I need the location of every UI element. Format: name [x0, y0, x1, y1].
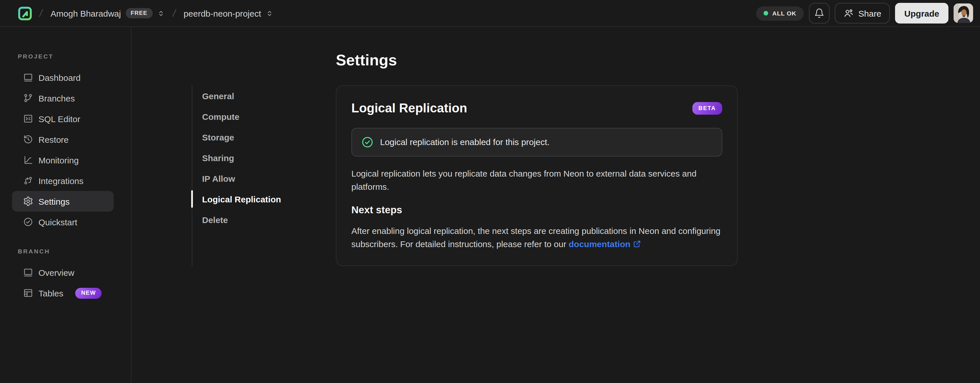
sidebar-item-branches[interactable]: Branches	[12, 88, 114, 108]
breadcrumb-separator: /	[38, 7, 43, 19]
sidebar-section-gap	[0, 232, 131, 248]
breadcrumb-separator: /	[172, 7, 177, 19]
sidebar-section-project: PROJECT	[18, 53, 131, 60]
project-switcher[interactable]: peerdb-neon-project	[182, 6, 274, 21]
sidebar-item-label: Settings	[38, 196, 70, 206]
status-dot-icon	[764, 11, 768, 16]
org-switcher[interactable]: Amogh Bharadwaj FREE	[49, 6, 165, 21]
sidebar-item-label: Quickstart	[38, 217, 77, 227]
page-title: Settings	[336, 51, 980, 70]
sidebar-item-label: Overview	[38, 267, 74, 277]
beta-badge: BETA	[692, 102, 722, 115]
settings-nav-general[interactable]: General	[192, 85, 336, 106]
tables-icon	[23, 288, 33, 298]
settings-nav: General Compute Storage Sharing IP Allow…	[192, 85, 336, 266]
settings-nav-delete[interactable]: Delete	[192, 209, 336, 230]
sidebar-item-sql-editor[interactable]: SQL Editor	[12, 108, 114, 129]
status-badge[interactable]: ALL OK	[756, 6, 804, 21]
app-body: PROJECT Dashboard Branches SQL Editor Re…	[0, 27, 980, 383]
sidebar-item-label: Branches	[38, 93, 75, 103]
next-steps-text: After enabling logical replication, the …	[352, 224, 722, 250]
share-button[interactable]: Share	[835, 3, 890, 24]
sidebar: PROJECT Dashboard Branches SQL Editor Re…	[0, 27, 132, 383]
description-text: Logical replication lets you replicate d…	[352, 167, 722, 193]
monitoring-icon	[23, 155, 33, 165]
breadcrumb: / Amogh Bharadwaj FREE / peerdb-neon-pro…	[17, 5, 274, 21]
sidebar-section-branch: BRANCH	[18, 248, 131, 255]
users-icon	[843, 8, 854, 18]
branches-icon	[23, 93, 33, 103]
share-label: Share	[858, 8, 881, 18]
logical-replication-card: Logical Replication BETA Logical replica…	[336, 85, 738, 266]
settings-nav-logical-replication[interactable]: Logical Replication	[192, 188, 336, 209]
settings-nav-storage[interactable]: Storage	[192, 127, 336, 147]
new-badge: NEW	[75, 288, 102, 298]
next-steps-title: Next steps	[352, 203, 722, 217]
restore-icon	[23, 134, 33, 144]
quickstart-check-icon	[23, 217, 33, 227]
next-steps-body: After enabling logical replication, the …	[352, 226, 721, 249]
sidebar-item-restore[interactable]: Restore	[12, 129, 114, 150]
sidebar-item-monitoring[interactable]: Monitoring	[12, 150, 114, 170]
bell-icon	[814, 8, 824, 18]
sidebar-item-label: Integrations	[38, 176, 84, 185]
settings-content: General Compute Storage Sharing IP Allow…	[192, 85, 980, 266]
sidebar-item-label: Tables	[38, 288, 64, 298]
neon-logo-icon[interactable]	[17, 5, 33, 21]
upgrade-button[interactable]: Upgrade	[895, 3, 948, 24]
alert-text: Logical replication is enabled for this …	[380, 136, 549, 149]
check-circle-icon	[361, 136, 374, 149]
sidebar-item-label: Dashboard	[38, 73, 81, 82]
settings-nav-sharing[interactable]: Sharing	[192, 147, 336, 168]
top-bar: / Amogh Bharadwaj FREE / peerdb-neon-pro…	[0, 0, 980, 27]
sidebar-item-settings[interactable]: Settings	[12, 191, 114, 212]
project-name: peerdb-neon-project	[183, 8, 261, 18]
notifications-button[interactable]	[809, 3, 830, 24]
avatar-photo	[954, 3, 973, 23]
chevrons-up-down-icon	[157, 9, 164, 17]
app-window: / Amogh Bharadwaj FREE / peerdb-neon-pro…	[0, 0, 980, 383]
top-bar-actions: ALL OK Share Upgrade	[756, 3, 973, 24]
sidebar-item-tables[interactable]: Tables NEW	[12, 283, 114, 303]
documentation-link[interactable]: documentation	[569, 239, 630, 249]
integrations-icon	[23, 176, 33, 186]
settings-nav-ip-allow[interactable]: IP Allow	[192, 168, 336, 188]
dashboard-icon	[23, 72, 33, 82]
user-avatar[interactable]	[954, 3, 973, 23]
overview-icon	[23, 267, 33, 277]
sidebar-item-label: Restore	[38, 135, 68, 144]
card-title: Logical Replication	[352, 100, 467, 116]
sidebar-item-quickstart[interactable]: Quickstart	[12, 212, 114, 232]
sidebar-item-overview[interactable]: Overview	[12, 262, 114, 283]
org-name: Amogh Bharadwaj	[51, 8, 121, 18]
sidebar-item-integrations[interactable]: Integrations	[12, 170, 114, 191]
sidebar-item-dashboard[interactable]: Dashboard	[12, 67, 114, 88]
status-label: ALL OK	[772, 10, 796, 17]
card-header: Logical Replication BETA	[352, 100, 722, 116]
success-alert: Logical replication is enabled for this …	[352, 128, 722, 157]
main-content: Settings General Compute Storage Sharing…	[132, 27, 980, 383]
chevrons-up-down-icon	[266, 9, 273, 17]
external-link-icon	[633, 240, 641, 248]
sidebar-item-label: SQL Editor	[38, 114, 80, 123]
settings-nav-compute[interactable]: Compute	[192, 106, 336, 127]
plan-badge: FREE	[126, 8, 153, 18]
sidebar-item-label: Monitoring	[38, 155, 79, 165]
settings-gear-icon	[23, 196, 33, 206]
sql-editor-icon	[23, 114, 33, 124]
